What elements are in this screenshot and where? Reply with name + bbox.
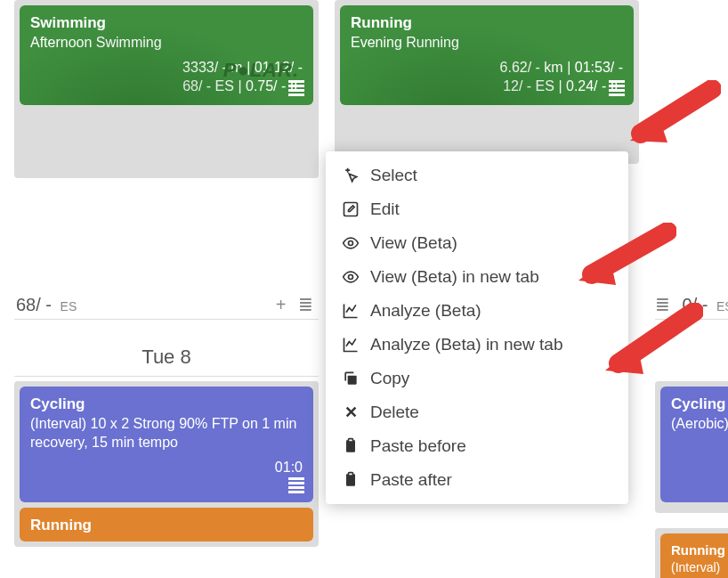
menu-item-view[interactable]: View (Beta) — [326, 226, 628, 260]
svg-point-2 — [349, 275, 353, 280]
card-subtitle: (Aerobic) — [671, 415, 724, 434]
svg-rect-0 — [344, 203, 358, 216]
add-workout-icon[interactable]: + — [276, 295, 287, 314]
edit-icon — [342, 200, 360, 218]
card-subtitle: (Interval) — [671, 559, 724, 575]
eye-icon — [342, 234, 360, 252]
card-subtitle: (Interval) 10 x 2 Strong 90% FTP on 1 mi… — [30, 415, 303, 452]
menu-item-analyze-new-tab[interactable]: Analyze (Beta) in new tab — [326, 328, 628, 362]
day-menu-icon[interactable]: ≣ — [298, 295, 313, 314]
stats-line-1: 01:0 — [30, 458, 303, 477]
card-menu-icon[interactable] — [288, 476, 304, 495]
card-stats: 3333/ - m | 01:12/ - 68/ - ES | 0.75/ - … — [30, 58, 303, 96]
card-title: Running — [671, 542, 724, 558]
card-subtitle: Afternoon Swimming — [30, 34, 303, 53]
close-icon: ✕ — [342, 403, 360, 421]
summary-value: 68/ - — [16, 295, 52, 314]
card-menu-icon[interactable] — [288, 78, 304, 98]
stats-line-1: 6.62/ - km | 01:53/ - — [351, 58, 623, 77]
menu-label: Copy — [370, 369, 409, 388]
svg-rect-3 — [348, 376, 357, 385]
card-title: Cycling — [671, 395, 724, 413]
card-stats: 6.62/ - km | 01:53/ - 12/ - ES | 0.24/ -… — [351, 58, 623, 96]
card-title: Cycling — [30, 395, 303, 413]
menu-item-edit[interactable]: Edit — [326, 192, 628, 226]
menu-label: Delete — [370, 403, 419, 422]
menu-item-select[interactable]: Select — [326, 159, 628, 192]
clipboard-icon — [342, 437, 360, 455]
workout-card-swimming[interactable]: Swimming Afternoon Swimming 3333/ - m | … — [20, 5, 313, 105]
card-stats: 01:0 — [30, 458, 303, 477]
menu-label: Edit — [370, 199, 400, 219]
menu-item-delete[interactable]: ✕ Delete — [326, 395, 628, 429]
day-column-3b: Cycling (Aerobic) — [655, 381, 728, 513]
menu-label: View (Beta) — [370, 233, 457, 253]
card-subtitle: Evening Running — [351, 34, 623, 53]
menu-label: Select — [370, 166, 417, 185]
day-summary-left: 68/ - ES + ≣ — [14, 294, 319, 320]
copy-icon — [342, 370, 360, 387]
menu-label: Paste after — [370, 470, 452, 490]
card-title: Running — [30, 517, 303, 534]
context-menu: Select Edit View (Beta) View (Beta) in n… — [326, 151, 628, 504]
eye-icon — [342, 268, 360, 286]
day-summary-right: ≣ 0/ - ES — [655, 294, 728, 320]
card-title: Running — [351, 14, 623, 32]
pointer-icon — [342, 167, 360, 184]
stats-line-1: 3333/ - m | 01:12/ - — [30, 58, 303, 77]
svg-rect-5 — [349, 439, 353, 442]
day-column-1: Swimming Afternoon Swimming 3333/ - m | … — [14, 0, 319, 178]
stats-line-2: 68/ - ES | 0.75/ - IF — [30, 77, 303, 96]
stats-line-2: 12/ - ES | 0.24/ - IF — [351, 77, 623, 96]
menu-item-copy[interactable]: Copy — [326, 362, 628, 395]
chart-icon — [342, 336, 360, 354]
day-menu-icon[interactable]: ≣ — [655, 295, 670, 314]
menu-item-paste-before[interactable]: Paste before — [326, 429, 628, 463]
day-column-3c: Running (Interval) — [655, 528, 728, 578]
date-header: Tue 8 — [14, 338, 319, 377]
menu-item-paste-after[interactable]: Paste after — [326, 463, 628, 497]
menu-label: View (Beta) in new tab — [370, 267, 539, 287]
workout-card-running-2[interactable]: Running — [20, 508, 313, 541]
menu-label: Analyze (Beta) — [370, 301, 481, 321]
svg-point-1 — [349, 241, 353, 246]
workout-card-running-3[interactable]: Running (Interval) — [660, 533, 728, 578]
card-title: Swimming — [30, 14, 303, 32]
summary-label: ES — [61, 299, 77, 313]
menu-item-view-new-tab[interactable]: View (Beta) in new tab — [326, 260, 628, 294]
workout-card-cycling-2[interactable]: Cycling (Aerobic) — [660, 387, 728, 502]
menu-label: Paste before — [370, 436, 466, 456]
summary-label: ES — [716, 299, 728, 313]
menu-label: Analyze (Beta) in new tab — [370, 335, 563, 354]
summary-value: 0/ - — [683, 295, 708, 314]
workout-card-cycling[interactable]: Cycling (Interval) 10 x 2 Strong 90% FTP… — [20, 387, 313, 502]
card-menu-icon[interactable] — [609, 78, 625, 98]
workout-card-running[interactable]: Running Evening Running 6.62/ - km | 01:… — [340, 5, 634, 105]
clipboard-icon — [342, 471, 360, 489]
svg-rect-7 — [349, 473, 353, 476]
day-column-2: Running Evening Running 6.62/ - km | 01:… — [335, 0, 639, 164]
day-column-1b: Cycling (Interval) 10 x 2 Strong 90% FTP… — [14, 381, 319, 547]
chart-icon — [342, 302, 360, 320]
menu-item-analyze[interactable]: Analyze (Beta) — [326, 294, 628, 328]
